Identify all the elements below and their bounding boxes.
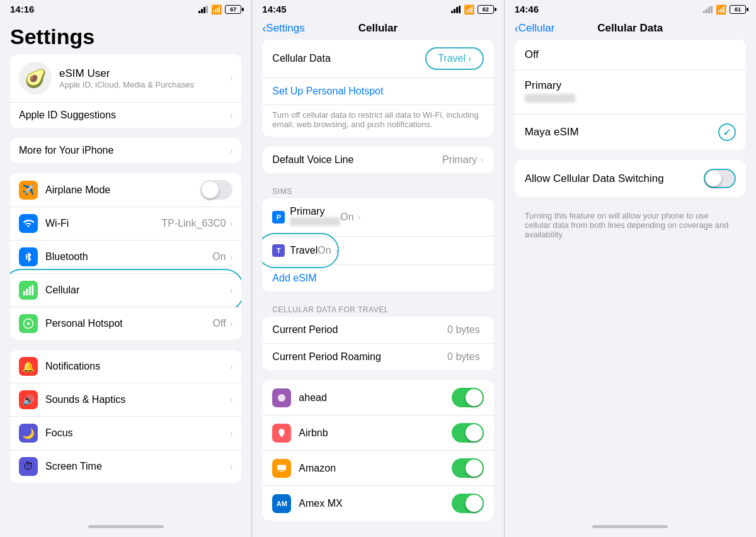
- app-airbnb-item[interactable]: Airbnb: [262, 415, 493, 451]
- allow-switching-section: Allow Cellular Data Switching: [515, 160, 746, 197]
- travel-value: Travel: [438, 53, 466, 64]
- sounds-icon: 🔊: [19, 390, 38, 409]
- airplane-toggle-thumb: [202, 181, 219, 198]
- focus-icon: 🌙: [19, 424, 38, 443]
- amex-label: Amex MX: [299, 498, 451, 509]
- settings-panel: 14:16 📶 67 Settings 🥑 eSIM User Apple ID…: [0, 0, 251, 537]
- apple-id-suggestions[interactable]: Apple ID Suggestions ›: [10, 103, 241, 128]
- cellular-item[interactable]: Cellular ›: [10, 274, 241, 307]
- airplane-label: Airplane Mode: [45, 184, 200, 196]
- back-button-p3[interactable]: ‹ Cellular: [515, 22, 555, 35]
- airbnb-toggle[interactable]: [452, 423, 484, 443]
- notifications-item[interactable]: 🔔 Notifications ›: [10, 350, 241, 383]
- airplane-toggle[interactable]: [200, 180, 232, 200]
- bluetooth-item[interactable]: B Bluetooth On ›: [10, 240, 241, 274]
- current-period-label: Current Period: [272, 324, 447, 336]
- default-voice-label: Default Voice Line: [272, 154, 442, 166]
- sim-primary-chevron: ›: [358, 212, 361, 222]
- svg-rect-7: [277, 465, 286, 470]
- option-primary-item[interactable]: Primary: [515, 71, 746, 115]
- data-line-section: Off Primary Maya eSIM ✓: [515, 40, 746, 150]
- current-period-value: 0 bytes: [447, 324, 480, 336]
- maya-checkmark: ✓: [718, 123, 736, 141]
- cellular-panel: 14:45 📶 62 ‹ Settings Cellular Cellular …: [251, 0, 503, 537]
- app-amazon-item[interactable]: Amazon: [262, 451, 493, 486]
- amex-toggle-thumb: [466, 495, 483, 512]
- sim-primary-value: On: [340, 212, 353, 223]
- svg-point-6: [278, 394, 285, 402]
- amazon-toggle[interactable]: [452, 458, 484, 478]
- hotspot-chevron: ›: [230, 319, 233, 329]
- focus-item[interactable]: 🌙 Focus ›: [10, 417, 241, 450]
- signal-bars-p2: [451, 6, 461, 13]
- hotspot-icon: [19, 314, 38, 333]
- wifi-icon-p1: 📶: [211, 4, 222, 14]
- cellular-content: Cellular Data Travel › Set Up Personal H…: [252, 40, 503, 537]
- option-off-item[interactable]: Off: [515, 40, 746, 71]
- battery-p2: 62: [478, 5, 494, 14]
- cellular-icon: [19, 281, 38, 300]
- sim-primary-label: P Primary: [272, 206, 340, 229]
- profile-row[interactable]: 🥑 eSIM User Apple ID, iCloud, Media & Pu…: [10, 54, 241, 103]
- nav-title-p2: Cellular: [358, 22, 398, 35]
- amex-toggle[interactable]: [452, 494, 484, 513]
- bluetooth-label: Bluetooth: [45, 251, 212, 263]
- back-button-p2[interactable]: ‹ Settings: [262, 22, 304, 35]
- option-primary-info: Primary: [525, 79, 575, 105]
- option-maya-label: Maya eSIM: [525, 126, 718, 138]
- cellular-data-item[interactable]: Cellular Data Travel ›: [262, 40, 493, 78]
- svg-rect-2: [26, 289, 28, 296]
- sim-primary-badge: P: [272, 211, 285, 223]
- amazon-icon: [272, 459, 291, 478]
- sim-primary-item[interactable]: P Primary On ›: [262, 198, 493, 237]
- wifi-chevron: ›: [230, 218, 233, 229]
- app-ahead-item[interactable]: ahead: [262, 380, 493, 415]
- allow-switching-toggle[interactable]: [704, 169, 736, 188]
- ahead-toggle[interactable]: [452, 388, 484, 407]
- airplane-mode-item[interactable]: ✈️ Airplane Mode: [10, 173, 241, 207]
- travel-button[interactable]: Travel ›: [425, 47, 484, 70]
- status-bar-p1: 14:16 📶 67: [0, 0, 251, 17]
- sim-travel-value: On: [318, 245, 331, 256]
- profile-name: eSIM User: [59, 67, 230, 80]
- sim-travel-name: Travel: [290, 245, 318, 256]
- profile-section: 🥑 eSIM User Apple ID, iCloud, Media & Pu…: [10, 54, 241, 128]
- nav-title-p3: Cellular Data: [597, 22, 663, 35]
- personal-hotspot-item[interactable]: Personal Hotspot Off ›: [10, 307, 241, 340]
- sim-primary-number: [290, 217, 340, 226]
- screen-time-label: Screen Time: [45, 461, 230, 472]
- screen-time-item[interactable]: ⏱ Screen Time ›: [10, 450, 241, 483]
- more-iphone-item[interactable]: More for Your iPhone ›: [10, 138, 241, 163]
- battery-p3: 61: [730, 5, 746, 14]
- option-maya-item[interactable]: Maya eSIM ✓: [515, 115, 746, 150]
- wifi-label: Wi-Fi: [45, 218, 161, 229]
- sounds-haptics-item[interactable]: 🔊 Sounds & Haptics ›: [10, 383, 241, 417]
- status-icons-p1: 📶 67: [198, 4, 241, 14]
- wifi-settings-icon: [19, 214, 38, 233]
- signal-bars-p1: [198, 6, 208, 13]
- home-indicator-p1: [88, 525, 164, 528]
- sim-travel-chevron: ›: [335, 246, 338, 256]
- allow-switching-item[interactable]: Allow Cellular Data Switching: [515, 160, 746, 197]
- sim-travel-item[interactable]: T Travel On ›: [262, 237, 493, 265]
- wifi-item[interactable]: Wi-Fi TP-Link_63C0 ›: [10, 207, 241, 240]
- cellular-data-panel: 14:46 📶 61 ‹ Cellular Cellular Data Off: [504, 0, 756, 537]
- svg-rect-3: [29, 286, 31, 295]
- svg-rect-4: [32, 285, 33, 296]
- app-amex-item[interactable]: AM Amex MX: [262, 486, 493, 521]
- nav-bar-p3: ‹ Cellular Cellular Data: [505, 17, 756, 40]
- cellular-chevron: ›: [230, 285, 233, 295]
- focus-chevron: ›: [230, 428, 233, 438]
- airbnb-icon: [272, 424, 291, 443]
- sim-travel-label: T Travel: [272, 244, 318, 257]
- add-esim-item[interactable]: Add eSIM: [262, 265, 493, 291]
- more-iphone-chevron: ›: [230, 145, 233, 155]
- default-voice-item[interactable]: Default Voice Line Primary ›: [262, 147, 493, 173]
- travel-data-header: CELLULAR DATA FOR TRAVEL: [262, 302, 493, 317]
- time-p2: 14:45: [262, 4, 286, 14]
- setup-hotspot-item[interactable]: Set Up Personal Hotspot: [262, 78, 493, 105]
- time-p1: 14:16: [10, 4, 34, 14]
- profile-subtitle: Apple ID, iCloud, Media & Purchases: [59, 80, 230, 89]
- signal-bars-p3: [703, 6, 713, 13]
- apple-id-suggestions-label: Apple ID Suggestions: [19, 110, 230, 121]
